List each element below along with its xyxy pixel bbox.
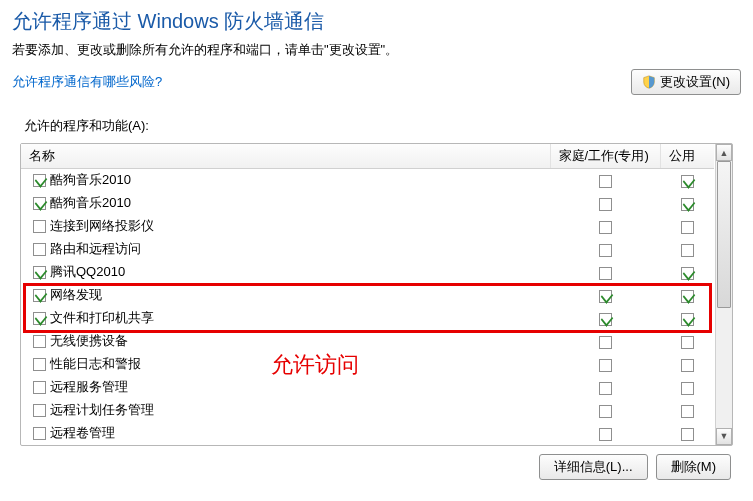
details-button[interactable]: 详细信息(L)... — [539, 454, 648, 480]
public-checkbox[interactable] — [681, 221, 694, 234]
row-name-label: 远程卷管理 — [50, 424, 115, 442]
col-header-public[interactable]: 公用 — [660, 144, 714, 169]
home-checkbox[interactable] — [599, 221, 612, 234]
row-enable-checkbox[interactable] — [33, 358, 46, 371]
home-checkbox[interactable] — [599, 428, 612, 441]
page-subtitle: 若要添加、更改或删除所有允许的程序和端口，请单击"更改设置"。 — [12, 41, 741, 59]
public-checkbox[interactable] — [681, 428, 694, 441]
scroll-thumb[interactable] — [717, 161, 731, 308]
row-enable-checkbox[interactable] — [33, 427, 46, 440]
public-checkbox[interactable] — [681, 359, 694, 372]
public-checkbox[interactable] — [681, 336, 694, 349]
risk-link[interactable]: 允许程序通信有哪些风险? — [12, 73, 162, 91]
public-checkbox[interactable] — [681, 267, 694, 280]
row-name-label: 远程计划任务管理 — [50, 401, 154, 419]
scroll-up-button[interactable]: ▲ — [716, 144, 732, 161]
row-enable-checkbox[interactable] — [33, 404, 46, 417]
home-checkbox[interactable] — [599, 405, 612, 418]
change-settings-button[interactable]: 更改设置(N) — [631, 69, 741, 95]
row-enable-checkbox[interactable] — [33, 266, 46, 279]
table-row[interactable]: 网络发现 — [21, 284, 714, 307]
allowed-programs-panel: 允许的程序和功能(A): 名称 家庭/工作(专用) 公用 酷狗音乐2010酷狗音… — [12, 109, 741, 488]
table-row[interactable]: 文件和打印机共享 — [21, 307, 714, 330]
table-row[interactable]: 远程卷管理 — [21, 422, 714, 445]
scrollbar[interactable]: ▲ ▼ — [715, 144, 732, 445]
row-name-label: 性能日志和警报 — [50, 355, 141, 373]
row-name-label: 无线便携设备 — [50, 332, 128, 350]
table-row[interactable]: 无线便携设备 — [21, 330, 714, 353]
table-row[interactable]: 酷狗音乐2010 — [21, 169, 714, 192]
row-name-label: 酷狗音乐2010 — [50, 171, 131, 189]
home-checkbox[interactable] — [599, 267, 612, 280]
row-name-label: 腾讯QQ2010 — [50, 263, 125, 281]
public-checkbox[interactable] — [681, 198, 694, 211]
public-checkbox[interactable] — [681, 290, 694, 303]
home-checkbox[interactable] — [599, 359, 612, 372]
public-checkbox[interactable] — [681, 382, 694, 395]
row-name-label: 网络发现 — [50, 286, 102, 304]
table-row[interactable]: 连接到网络投影仪 — [21, 215, 714, 238]
col-header-name[interactable]: 名称 — [21, 144, 550, 169]
home-checkbox[interactable] — [599, 175, 612, 188]
row-enable-checkbox[interactable] — [33, 220, 46, 233]
row-enable-checkbox[interactable] — [33, 335, 46, 348]
public-checkbox[interactable] — [681, 175, 694, 188]
col-header-home[interactable]: 家庭/工作(专用) — [550, 144, 660, 169]
row-name-label: 远程服务管理 — [50, 378, 128, 396]
shield-icon — [642, 75, 656, 89]
row-enable-checkbox[interactable] — [33, 174, 46, 187]
home-checkbox[interactable] — [599, 336, 612, 349]
row-enable-checkbox[interactable] — [33, 289, 46, 302]
table-row[interactable]: 远程计划任务管理 — [21, 399, 714, 422]
table-row[interactable]: 性能日志和警报 — [21, 353, 714, 376]
row-enable-checkbox[interactable] — [33, 243, 46, 256]
panel-label: 允许的程序和功能(A): — [24, 117, 733, 135]
home-checkbox[interactable] — [599, 244, 612, 257]
scroll-down-button[interactable]: ▼ — [716, 428, 732, 445]
row-name-label: 文件和打印机共享 — [50, 309, 154, 327]
row-enable-checkbox[interactable] — [33, 381, 46, 394]
row-name-label: 酷狗音乐2010 — [50, 194, 131, 212]
scroll-track[interactable] — [716, 161, 732, 428]
row-enable-checkbox[interactable] — [33, 312, 46, 325]
row-enable-checkbox[interactable] — [33, 197, 46, 210]
home-checkbox[interactable] — [599, 313, 612, 326]
home-checkbox[interactable] — [599, 382, 612, 395]
table-row[interactable]: 路由和远程访问 — [21, 238, 714, 261]
change-settings-label: 更改设置(N) — [660, 73, 730, 91]
public-checkbox[interactable] — [681, 313, 694, 326]
public-checkbox[interactable] — [681, 244, 694, 257]
row-name-label: 连接到网络投影仪 — [50, 217, 154, 235]
delete-button[interactable]: 删除(M) — [656, 454, 732, 480]
row-name-label: 路由和远程访问 — [50, 240, 141, 258]
home-checkbox[interactable] — [599, 198, 612, 211]
home-checkbox[interactable] — [599, 290, 612, 303]
table-row[interactable]: 酷狗音乐2010 — [21, 192, 714, 215]
public-checkbox[interactable] — [681, 405, 694, 418]
page-title: 允许程序通过 Windows 防火墙通信 — [12, 8, 741, 35]
table-row[interactable]: 远程服务管理 — [21, 376, 714, 399]
programs-table: 名称 家庭/工作(专用) 公用 酷狗音乐2010酷狗音乐2010连接到网络投影仪… — [21, 144, 714, 445]
table-row[interactable]: 腾讯QQ2010 — [21, 261, 714, 284]
